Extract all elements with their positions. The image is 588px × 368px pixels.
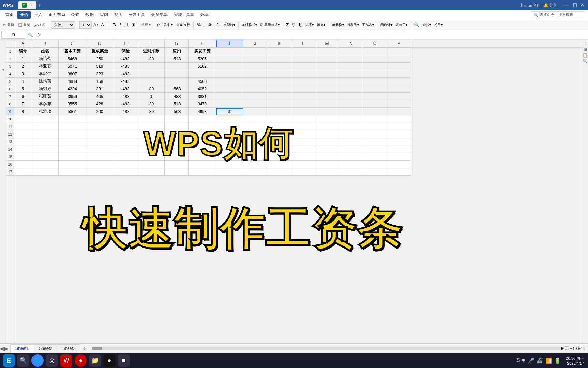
cell-r14-c11[interactable] xyxy=(291,145,315,153)
cell-I5[interactable] xyxy=(216,78,243,85)
cell-O6[interactable] xyxy=(363,85,387,93)
cell-r16-c0[interactable] xyxy=(14,161,31,168)
col-header-P[interactable]: P xyxy=(387,40,411,47)
col-header-K[interactable]: K xyxy=(267,40,291,47)
type-convert-btn[interactable]: 类型转▾ xyxy=(222,23,236,27)
cell-r15-c2[interactable] xyxy=(59,153,86,161)
cell-P5[interactable] xyxy=(387,78,411,85)
cell-r16-c4[interactable] xyxy=(113,161,137,168)
cell-J8[interactable] xyxy=(243,100,267,108)
bold-btn[interactable]: B xyxy=(111,22,117,27)
cell-A4[interactable]: 3 xyxy=(14,70,31,78)
find-btn[interactable]: 🔍 xyxy=(413,22,420,27)
format-dropdown[interactable]: 常规 ▾ xyxy=(141,23,151,27)
cell-B8[interactable]: 李彦志 xyxy=(31,100,59,108)
cell-r10-c10[interactable] xyxy=(267,115,291,123)
cell-r14-c0[interactable] xyxy=(14,145,31,153)
cell-r12-c7[interactable] xyxy=(189,130,216,138)
cell-r14-c15[interactable] xyxy=(387,145,411,153)
cell-I4[interactable] xyxy=(216,70,243,78)
toolbar-format[interactable]: 🖌格式 xyxy=(32,21,46,29)
row-num-4[interactable]: 4 xyxy=(6,70,14,78)
cell-C6[interactable]: 4224 xyxy=(59,85,86,93)
cell-O5[interactable] xyxy=(363,78,387,85)
table-tools-btn[interactable]: 表格工▾ xyxy=(395,23,409,27)
cell-D7[interactable]: 405 xyxy=(86,93,113,100)
cell-r17-c8[interactable] xyxy=(216,168,243,176)
cell-I9-selected[interactable]: ⊕ xyxy=(216,108,243,115)
cell-r13-c10[interactable] xyxy=(267,138,291,145)
cell-F9[interactable]: -80 xyxy=(137,108,165,115)
cell-r16-c5[interactable] xyxy=(137,161,165,168)
cell-M1[interactable] xyxy=(315,48,339,55)
sum-btn[interactable]: Σ xyxy=(285,22,290,27)
right-panel-icon3[interactable]: 📋 xyxy=(583,53,588,58)
cell-J2[interactable] xyxy=(243,55,267,63)
zoom-out-icon[interactable]: − xyxy=(570,346,572,351)
cell-r15-c11[interactable] xyxy=(291,153,315,161)
cell-C2[interactable]: 5468 xyxy=(59,55,86,63)
cell-F3[interactable] xyxy=(137,63,165,70)
cell-P4[interactable] xyxy=(387,70,411,78)
cell-O4[interactable] xyxy=(363,70,387,78)
cell-r10-c2[interactable] xyxy=(59,115,86,123)
row-num-11[interactable]: 11 xyxy=(6,123,14,130)
row-num-14[interactable]: 14 xyxy=(6,145,14,153)
spreadsheet-tab[interactable]: E × xyxy=(18,1,36,9)
cell-r15-c7[interactable] xyxy=(189,153,216,161)
cell-K6[interactable] xyxy=(267,85,291,93)
cell-r12-c10[interactable] xyxy=(267,130,291,138)
cell-G9[interactable]: -563 xyxy=(165,108,189,115)
row-num-13[interactable]: 13 xyxy=(6,138,14,145)
cell-r12-c4[interactable] xyxy=(113,130,137,138)
cell-A6[interactable]: 5 xyxy=(14,85,31,93)
row-num-3[interactable]: 3 xyxy=(6,63,14,70)
cell-F2[interactable]: -30 xyxy=(137,55,165,63)
view-normal-icon[interactable]: ⊞ xyxy=(561,346,564,351)
menu-review[interactable]: 审阅 xyxy=(97,11,111,19)
symbol-btn[interactable]: 符号▾ xyxy=(433,23,444,27)
cell-r17-c10[interactable] xyxy=(267,168,291,176)
cell-P6[interactable] xyxy=(387,85,411,93)
minimize-button[interactable]: — xyxy=(562,2,571,8)
cell-A8[interactable]: 7 xyxy=(14,100,31,108)
horizontal-scrollbar[interactable] xyxy=(89,347,561,350)
right-panel-icon2[interactable]: ⊞ xyxy=(584,47,587,52)
cell-J9[interactable] xyxy=(243,108,267,115)
menu-start[interactable]: 开始 xyxy=(17,11,31,19)
cell-r10-c4[interactable] xyxy=(113,115,137,123)
cell-r11-c5[interactable] xyxy=(137,123,165,130)
col-header-L[interactable]: L xyxy=(291,40,315,47)
cell-N2[interactable] xyxy=(339,55,363,63)
cell-A2[interactable]: 1 xyxy=(14,55,31,63)
col-header-E[interactable]: E xyxy=(113,40,137,47)
cell-r15-c4[interactable] xyxy=(113,153,137,161)
cell-E3[interactable]: -483 xyxy=(113,63,137,70)
cell-r12-c3[interactable] xyxy=(86,130,113,138)
sheet-nav-right[interactable]: ▶ xyxy=(4,346,8,351)
col-header-G[interactable]: G xyxy=(165,40,189,47)
cell-r16-c13[interactable] xyxy=(339,161,363,168)
cell-r17-c12[interactable] xyxy=(315,168,339,176)
cell-H3[interactable]: 5102 xyxy=(189,63,216,70)
cell-E6[interactable]: -483 xyxy=(113,85,137,93)
cell-r11-c12[interactable] xyxy=(315,123,339,130)
cell-r12-c6[interactable] xyxy=(165,130,189,138)
taskbar-misc-btn[interactable]: ■ xyxy=(118,354,130,367)
cell-r13-c2[interactable] xyxy=(59,138,86,145)
cell-C5[interactable]: 4888 xyxy=(59,78,86,85)
cell-r17-c9[interactable] xyxy=(243,168,267,176)
menu-page-layout[interactable]: 页面布局 xyxy=(46,11,68,19)
taskbar-edge-btn[interactable]: ◎ xyxy=(46,354,58,367)
cell-r14-c4[interactable] xyxy=(113,145,137,153)
view-page-icon[interactable]: ☰ xyxy=(565,346,569,351)
cell-r11-c9[interactable] xyxy=(243,123,267,130)
fill-btn[interactable]: 填充▾ xyxy=(316,23,326,27)
border-btn[interactable]: ⊞ xyxy=(130,22,137,27)
cell-r14-c2[interactable] xyxy=(59,145,86,153)
cell-P7[interactable] xyxy=(387,93,411,100)
cell-M8[interactable] xyxy=(315,100,339,108)
cell-D8[interactable]: 428 xyxy=(86,100,113,108)
cell-r10-c9[interactable] xyxy=(243,115,267,123)
taskbar-chrome-btn[interactable]: 🌐 xyxy=(31,354,44,367)
